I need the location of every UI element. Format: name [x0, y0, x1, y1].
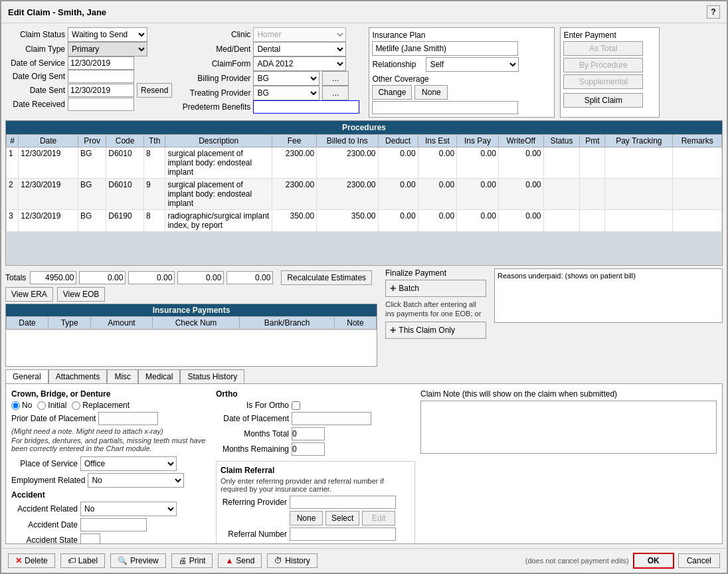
cell-remarks — [673, 147, 722, 179]
treating-provider-more-button[interactable]: ... — [322, 86, 349, 100]
radio-no[interactable]: No — [11, 401, 32, 410]
date-orig-input[interactable] — [68, 70, 134, 83]
billing-provider-label: Billing Provider — [177, 74, 250, 83]
referring-provider-input[interactable] — [290, 496, 396, 509]
radio-no-input[interactable] — [11, 401, 20, 410]
tab-general[interactable]: General — [5, 369, 48, 383]
cell-desc: surgical placement of implant body: endo… — [165, 179, 272, 210]
months-remaining-row: Months Remaining 0 — [216, 442, 415, 456]
is-for-ortho-checkbox[interactable] — [292, 401, 300, 410]
history-button[interactable]: ⏱ History — [267, 553, 317, 568]
claim-form-select[interactable]: ADA 2012 — [253, 56, 346, 71]
help-button[interactable]: ? — [707, 5, 720, 19]
reasons-textarea[interactable] — [498, 281, 719, 318]
other-coverage-input[interactable] — [372, 101, 518, 114]
accident-label: Accident — [11, 490, 211, 500]
billing-provider-select[interactable]: BG — [253, 71, 319, 86]
total-ins-est-input[interactable] — [177, 271, 224, 284]
tab-attachments[interactable]: Attachments — [48, 369, 108, 383]
predeterm-input[interactable] — [253, 100, 359, 114]
total-fee-input[interactable]: 4950.00 — [30, 271, 76, 284]
batch-label: Batch — [399, 284, 419, 293]
by-procedure-button[interactable]: By Procedure — [563, 58, 643, 72]
view-era-button[interactable]: View ERA — [5, 287, 53, 302]
treating-provider-select[interactable]: BG — [253, 86, 319, 100]
date-of-placement-input[interactable] — [292, 412, 371, 425]
cancel-button[interactable]: Cancel — [678, 553, 720, 568]
place-of-service-label: Place of Service — [11, 459, 78, 468]
radio-replacement-input[interactable] — [72, 401, 80, 410]
prior-date-input[interactable] — [98, 412, 158, 425]
select-referral-button[interactable]: Select — [325, 511, 359, 526]
col-writeoff: WriteOff — [498, 135, 543, 147]
radio-initial[interactable]: Initial — [37, 401, 66, 410]
col-ins-pay: Ins Pay — [457, 135, 499, 147]
cell-pmt — [580, 147, 605, 179]
change-button[interactable]: Change — [372, 85, 412, 100]
cell-ins-pay: 0.00 — [457, 210, 499, 232]
as-total-button[interactable]: As Total — [563, 41, 643, 56]
clinic-select[interactable]: Homer — [253, 27, 346, 42]
total-ins-pay-input[interactable] — [227, 271, 273, 284]
col-ins-est: Ins Est — [418, 135, 456, 147]
cell-ins-pay: 0.00 — [457, 147, 499, 179]
billing-provider-more-button[interactable]: ... — [322, 71, 349, 86]
general-tab-content: Crown, Bridge, or Denture No Initial — [11, 389, 717, 544]
date-received-input[interactable] — [68, 98, 134, 111]
delete-label: Delete — [25, 556, 48, 565]
date-received-label: Date Received — [5, 100, 65, 109]
table-row[interactable]: 3 12/30/2019 BG D6190 8 radiographic/sur… — [7, 210, 722, 232]
cell-prov: BG — [78, 179, 106, 210]
label-label: Label — [78, 556, 98, 565]
this-claim-only-button[interactable]: + This Claim Only — [385, 322, 486, 339]
treating-provider-row: Treating Provider BG ... — [177, 86, 363, 100]
med-dent-select[interactable]: Dental — [253, 42, 346, 56]
preview-label: Preview — [130, 556, 159, 565]
ok-button[interactable]: OK — [633, 553, 674, 569]
radio-initial-input[interactable] — [37, 401, 46, 410]
split-claim-button[interactable]: Split Claim — [563, 93, 643, 108]
supplemental-button[interactable]: Supplemental — [563, 74, 643, 89]
total-billed-input[interactable]: 0.00 — [79, 271, 126, 284]
none-insurance-button[interactable]: None — [414, 85, 448, 100]
batch-button[interactable]: + Batch — [385, 280, 486, 297]
table-row[interactable]: 2 12/30/2019 BG D6010 9 surgical placeme… — [7, 179, 722, 210]
dos-input[interactable]: 12/30/2019 — [68, 56, 134, 70]
send-button[interactable]: ▲ Send — [218, 553, 262, 568]
place-of-service-select[interactable]: Office — [80, 456, 177, 471]
radio-replacement[interactable]: Replacement — [72, 401, 130, 410]
resend-button[interactable]: Resend — [137, 83, 172, 98]
date-sent-input[interactable]: 12/30/2019 — [68, 84, 134, 97]
recalculate-button[interactable]: Recalculate Estimates — [281, 270, 372, 285]
col-code: Code — [106, 135, 144, 147]
print-button[interactable]: 🖨 Print — [171, 553, 213, 568]
accident-related-select[interactable]: No — [80, 502, 177, 516]
employment-related-select[interactable]: No — [88, 473, 184, 488]
months-total-input[interactable]: 0 — [292, 427, 325, 440]
months-remaining-input[interactable]: 0 — [292, 442, 325, 456]
col-desc: Description — [165, 135, 272, 147]
accident-date-input[interactable] — [80, 518, 147, 531]
view-eob-button[interactable]: View EOB — [57, 287, 105, 302]
relationship-select[interactable]: Self — [426, 57, 519, 72]
claim-status-select[interactable]: Waiting to Send — [68, 27, 147, 42]
claim-note-textarea[interactable] — [420, 401, 717, 454]
preview-button[interactable]: 🔍 Preview — [110, 553, 166, 568]
label-button[interactable]: 🏷 Label — [60, 553, 105, 568]
tab-status-history[interactable]: Status History — [180, 369, 244, 383]
history-icon: ⏱ — [274, 556, 282, 565]
delete-button[interactable]: ✕ Delete — [8, 553, 55, 568]
none-referral-button[interactable]: None — [290, 511, 323, 526]
total-deduct-input[interactable] — [128, 271, 175, 284]
col-prov: Prov — [78, 135, 106, 147]
claim-type-select[interactable]: Primary — [68, 42, 147, 56]
col-bank-branch: Bank/Branch — [240, 317, 335, 330]
cell-code: D6190 — [106, 210, 144, 232]
tab-medical[interactable]: Medical — [138, 369, 180, 383]
clinic-row: Clinic Homer — [177, 27, 363, 42]
edit-referral-button[interactable]: Edit — [362, 511, 395, 526]
referral-number-input[interactable] — [290, 527, 396, 541]
table-row[interactable]: 1 12/30/2019 BG D6010 8 surgical placeme… — [7, 147, 722, 179]
tab-misc[interactable]: Misc — [107, 369, 138, 383]
accident-state-input[interactable] — [80, 533, 100, 544]
